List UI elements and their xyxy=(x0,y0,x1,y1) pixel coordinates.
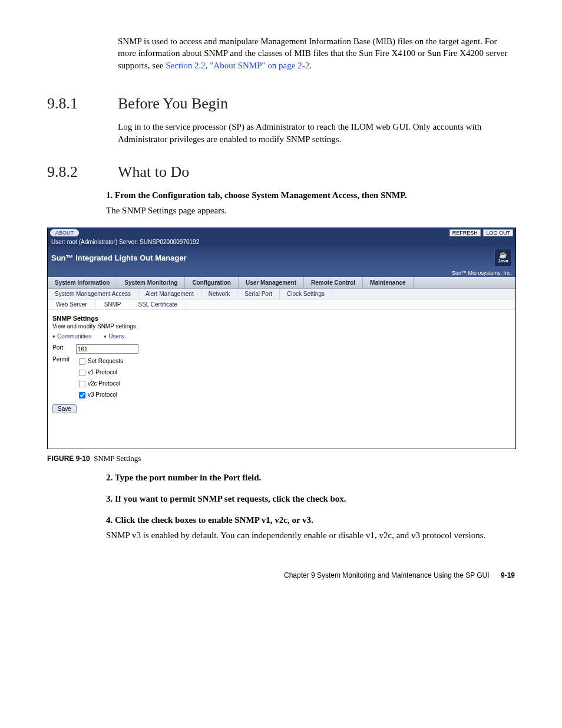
intro-link[interactable]: Section 2.2, "About SNMP" on page 2-2 xyxy=(166,61,309,70)
snmp-settings-desc: View and modify SNMP settings. xyxy=(52,323,511,330)
section-number: 9.8.1 xyxy=(47,95,118,113)
subtab-sma[interactable]: System Management Access xyxy=(48,289,138,299)
chevron-down-icon: ▾ xyxy=(104,334,107,340)
v2c-protocol-checkbox[interactable] xyxy=(79,381,85,387)
permit-label: Permit xyxy=(52,356,76,363)
subsubtab-web[interactable]: Web Server xyxy=(48,299,96,309)
port-label: Port xyxy=(52,344,76,351)
snmp-settings-title: SNMP Settings xyxy=(52,315,511,322)
section-body: Log in to the service processor (SP) as … xyxy=(118,121,515,146)
snmp-settings-screenshot: ABOUT REFRESH LOG OUT User: root (Admini… xyxy=(47,228,516,449)
subtab-clock[interactable]: Clock Settings xyxy=(280,289,332,299)
primary-tabs: System Information System Monitoring Con… xyxy=(48,277,515,289)
subsubtab-ssl[interactable]: SSL Certificate xyxy=(130,299,186,309)
chevron-down-icon: ▾ xyxy=(52,334,55,340)
section-number: 9.8.2 xyxy=(47,163,118,181)
intro-paragraph: SNMP is used to access and manipulate Ma… xyxy=(118,35,515,71)
v2c-label: v2c Protocol xyxy=(88,380,120,387)
set-requests-checkbox[interactable] xyxy=(79,358,85,365)
step-num: 4. xyxy=(106,515,113,525)
tab-system-monitoring[interactable]: System Monitoring xyxy=(117,277,185,288)
subtab-network[interactable]: Network xyxy=(201,289,238,299)
step-3: 3. If you want to permit SNMP set reques… xyxy=(106,493,515,506)
tab-system-information[interactable]: System Information xyxy=(48,277,117,288)
step-1: 1. From the Configuration tab, choose Sy… xyxy=(106,189,515,218)
figure-label: FIGURE 9-10 xyxy=(47,454,90,463)
intro-tail: . xyxy=(309,61,312,70)
step-4: 4. Click the check boxes to enable SNMP … xyxy=(106,514,515,542)
secondary-tabs: System Management Access Alert Managemen… xyxy=(48,289,515,299)
v1-protocol-checkbox[interactable] xyxy=(79,370,85,376)
section-9-8-1: 9.8.1 Before You Begin xyxy=(47,95,515,113)
v1-label: v1 Protocol xyxy=(88,369,117,375)
tab-configuration[interactable]: Configuration xyxy=(185,277,239,288)
refresh-button[interactable]: REFRESH xyxy=(449,229,481,236)
section-9-8-2: 9.8.2 What to Do xyxy=(47,163,515,181)
trademark-line: Sun™ Microsystems, Inc. xyxy=(48,269,515,277)
figure-text: SNMP Settings xyxy=(94,454,141,463)
subtab-serial[interactable]: Serial Port xyxy=(237,289,280,299)
users-link[interactable]: ▾Users xyxy=(104,333,124,340)
figure-caption: FIGURE 9-10 SNMP Settings xyxy=(47,454,515,463)
step-sub: The SNMP Settings page appears. xyxy=(106,205,515,218)
communities-link[interactable]: ▾Communities xyxy=(52,333,91,340)
step-text: Type the port number in the Port field. xyxy=(115,473,262,482)
step-text: From the Configuration tab, choose Syste… xyxy=(115,190,407,200)
java-icon: ☕Java xyxy=(494,249,512,266)
footer-chapter: Chapter 9 System Monitoring and Maintena… xyxy=(284,571,490,579)
page-footer: Chapter 9 System Monitoring and Maintena… xyxy=(47,571,515,579)
v3-protocol-checkbox[interactable] xyxy=(79,392,85,398)
step-text: If you want to permit SNMP set requests,… xyxy=(115,494,346,503)
product-title: Sun™ Integrated Lights Out Manager xyxy=(51,253,187,262)
logout-button[interactable]: LOG OUT xyxy=(483,229,513,236)
about-button[interactable]: ABOUT xyxy=(50,229,79,236)
step-text: Click the check boxes to enable SNMP v1,… xyxy=(115,515,313,525)
subtab-alert[interactable]: Alert Management xyxy=(138,289,201,299)
section-title: What to Do xyxy=(118,163,189,181)
step-2: 2. Type the port number in the Port fiel… xyxy=(106,472,515,485)
step-num: 1. xyxy=(106,190,113,200)
tertiary-tabs: Web Server SNMP SSL Certificate xyxy=(48,299,515,310)
step-num: 2. xyxy=(106,473,113,482)
set-requests-label: Set Requests xyxy=(88,358,123,364)
port-input[interactable] xyxy=(76,344,138,354)
tab-maintenance[interactable]: Maintenance xyxy=(363,277,414,288)
step-sub: SNMP v3 is enabled by default. You can i… xyxy=(106,529,515,542)
section-title: Before You Begin xyxy=(118,95,228,113)
tab-remote-control[interactable]: Remote Control xyxy=(304,277,363,288)
step-num: 3. xyxy=(106,494,113,503)
save-button[interactable]: Save xyxy=(52,404,77,413)
v3-label: v3 Protocol xyxy=(88,391,117,398)
subsubtab-snmp[interactable]: SNMP xyxy=(96,299,130,309)
tab-user-management[interactable]: User Management xyxy=(239,277,304,288)
footer-page-number: 9-19 xyxy=(501,571,515,579)
user-server-line: User: root (Administrator) Server: SUNSP… xyxy=(48,238,515,246)
